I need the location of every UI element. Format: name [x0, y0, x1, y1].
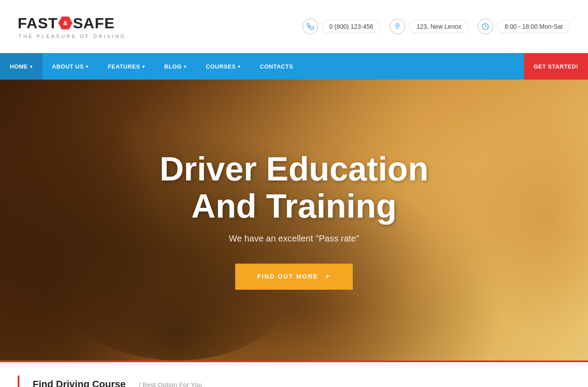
address-value: 123, New Lenox	[409, 20, 469, 33]
features-arrow-icon: ▾	[142, 64, 145, 69]
logo[interactable]: FAST & SAFE THE PLEASURE OF DRIVING	[18, 15, 126, 39]
find-course-section: Find Driving Course / Best Option For Yo…	[0, 360, 588, 387]
hours-contact: 8:00 - 18:00 Mon-Sat	[477, 19, 570, 34]
nav-courses[interactable]: COURSES ▾	[196, 53, 250, 80]
courses-arrow-icon: ▾	[238, 64, 241, 69]
svg-point-0	[397, 25, 398, 26]
nav-home[interactable]: HOME ▾	[0, 53, 42, 80]
nav-blog[interactable]: BLOG ▾	[155, 53, 196, 80]
logo-tagline: THE PLEASURE OF DRIVING	[18, 34, 126, 39]
clock-icon	[477, 19, 493, 34]
main-navbar: HOME ▾ ABOUT US ▾ FEATURES ▾ BLOG ▾ COUR…	[0, 53, 588, 80]
nav-about[interactable]: ABOUT US ▾	[42, 53, 98, 80]
nav-cta[interactable]: GET STARTED!	[524, 53, 588, 80]
nav-contacts[interactable]: CONTACTS	[250, 53, 303, 80]
plus-icon: +	[325, 272, 331, 282]
logo-hex-badge: &	[58, 16, 73, 30]
hero-content: Driver Education And Training We have an…	[160, 150, 428, 289]
about-arrow-icon: ▾	[86, 64, 88, 69]
hours-value: 8:00 - 18:00 Mon-Sat	[497, 20, 570, 33]
find-course-subtitle: / Best Option For You	[139, 381, 202, 387]
hero-title: Driver Education And Training	[160, 150, 428, 224]
location-icon	[389, 19, 405, 34]
find-course-title: Find Driving Course	[33, 379, 126, 387]
find-out-more-button[interactable]: FIND OUT MORE +	[235, 264, 353, 290]
address-contact: 123, New Lenox	[389, 19, 469, 34]
nav-features[interactable]: FEATURES ▾	[98, 53, 155, 80]
phone-value: 0 (800) 123-456	[322, 20, 381, 33]
hero-section: Driver Education And Training We have an…	[0, 80, 588, 360]
phone-icon	[302, 19, 318, 34]
header-contacts: 0 (800) 123-456 123, New Lenox 8:00 - 18…	[302, 19, 570, 34]
blog-arrow-icon: ▾	[184, 64, 187, 69]
logo-fast-text: FAST	[18, 15, 58, 32]
hero-subtitle: We have an excellent "Pass rate"	[160, 234, 428, 244]
accent-bar	[18, 376, 19, 387]
home-arrow-icon: ▾	[30, 64, 33, 69]
phone-contact: 0 (800) 123-456	[302, 19, 381, 34]
logo-safe-text: SAFE	[73, 15, 115, 32]
site-header: FAST & SAFE THE PLEASURE OF DRIVING 0 (8…	[0, 0, 588, 53]
